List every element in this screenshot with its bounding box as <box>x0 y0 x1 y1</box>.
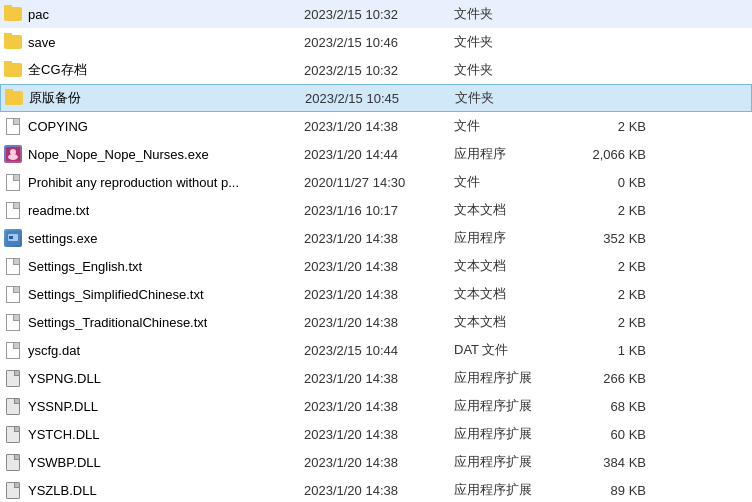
file-name: save <box>28 35 55 50</box>
file-date: 2023/2/15 10:32 <box>304 7 454 22</box>
table-row[interactable]: 全CG存档 2023/2/15 10:32 文件夹 <box>0 56 752 84</box>
file-type-icon <box>4 397 22 415</box>
settings-exe-icon <box>4 229 22 247</box>
file-date: 2023/1/20 14:38 <box>304 427 454 442</box>
folder-icon <box>5 91 23 105</box>
file-name-col: COPYING <box>4 117 304 135</box>
file-date: 2023/1/20 14:38 <box>304 259 454 274</box>
file-type: 文件 <box>454 117 554 135</box>
file-size: 352 KB <box>554 231 654 246</box>
file-date: 2023/2/15 10:45 <box>305 91 455 106</box>
file-date: 2023/2/15 10:44 <box>304 343 454 358</box>
table-row[interactable]: 原版备份 2023/2/15 10:45 文件夹 <box>0 84 752 112</box>
file-date: 2023/1/20 14:38 <box>304 399 454 414</box>
file-name: COPYING <box>28 119 88 134</box>
table-row[interactable]: readme.txt 2023/1/16 10:17 文本文档 2 KB <box>0 196 752 224</box>
file-type-icon <box>4 33 22 51</box>
file-type: 文件夹 <box>454 61 554 79</box>
file-name-col: readme.txt <box>4 201 304 219</box>
dll-icon <box>6 454 20 471</box>
file-size: 1 KB <box>554 343 654 358</box>
file-type-icon <box>4 145 22 163</box>
file-name: Settings_SimplifiedChinese.txt <box>28 287 204 302</box>
file-name: YSWBP.DLL <box>28 455 101 470</box>
table-row[interactable]: pac 2023/2/15 10:32 文件夹 <box>0 0 752 28</box>
file-name: Nope_Nope_Nope_Nurses.exe <box>28 147 209 162</box>
table-row[interactable]: Settings_English.txt 2023/1/20 14:38 文本文… <box>0 252 752 280</box>
file-type: 应用程序扩展 <box>454 481 554 499</box>
file-type: 应用程序扩展 <box>454 397 554 415</box>
file-name-col: YSWBP.DLL <box>4 453 304 471</box>
table-row[interactable]: Settings_TraditionalChinese.txt 2023/1/2… <box>0 308 752 336</box>
file-type: 应用程序 <box>454 229 554 247</box>
file-type: 应用程序扩展 <box>454 453 554 471</box>
file-name: YSPNG.DLL <box>28 371 101 386</box>
table-row[interactable]: Prohibit any reproduction without p... 2… <box>0 168 752 196</box>
file-date: 2023/1/20 14:44 <box>304 147 454 162</box>
file-name: Settings_English.txt <box>28 259 142 274</box>
file-size: 2 KB <box>554 119 654 134</box>
table-row[interactable]: Nope_Nope_Nope_Nurses.exe 2023/1/20 14:4… <box>0 140 752 168</box>
file-date: 2023/2/15 10:32 <box>304 63 454 78</box>
file-type-icon <box>4 313 22 331</box>
file-date: 2020/11/27 14:30 <box>304 175 454 190</box>
file-type: 应用程序扩展 <box>454 369 554 387</box>
svg-point-2 <box>8 154 18 160</box>
file-icon <box>6 174 20 191</box>
table-row[interactable]: settings.exe 2023/1/20 14:38 应用程序 352 KB <box>0 224 752 252</box>
table-row[interactable]: COPYING 2023/1/20 14:38 文件 2 KB <box>0 112 752 140</box>
dll-icon <box>6 482 20 499</box>
file-name: YSTCH.DLL <box>28 427 100 442</box>
file-name-col: YSPNG.DLL <box>4 369 304 387</box>
exe-icon <box>4 145 22 163</box>
file-list: pac 2023/2/15 10:32 文件夹 save 2023/2/15 1… <box>0 0 752 502</box>
table-row[interactable]: YSPNG.DLL 2023/1/20 14:38 应用程序扩展 266 KB <box>0 364 752 392</box>
file-icon <box>6 286 20 303</box>
file-name-col: save <box>4 33 304 51</box>
file-type: 文本文档 <box>454 257 554 275</box>
file-icon <box>6 118 20 135</box>
file-name: pac <box>28 7 49 22</box>
file-size: 89 KB <box>554 483 654 498</box>
file-name-col: YSSNP.DLL <box>4 397 304 415</box>
file-size: 0 KB <box>554 175 654 190</box>
file-type: 文本文档 <box>454 201 554 219</box>
file-type-icon <box>4 173 22 191</box>
file-name-col: 原版备份 <box>5 89 305 107</box>
file-date: 2023/1/20 14:38 <box>304 371 454 386</box>
file-type: 文件夹 <box>454 33 554 51</box>
file-date: 2023/1/20 14:38 <box>304 315 454 330</box>
file-icon <box>6 342 20 359</box>
file-type-icon <box>4 425 22 443</box>
file-name: Settings_TraditionalChinese.txt <box>28 315 207 330</box>
table-row[interactable]: Settings_SimplifiedChinese.txt 2023/1/20… <box>0 280 752 308</box>
file-name-col: YSZLB.DLL <box>4 481 304 499</box>
table-row[interactable]: YSWBP.DLL 2023/1/20 14:38 应用程序扩展 384 KB <box>0 448 752 476</box>
table-row[interactable]: save 2023/2/15 10:46 文件夹 <box>0 28 752 56</box>
file-size: 68 KB <box>554 399 654 414</box>
file-type: 文本文档 <box>454 313 554 331</box>
file-name-col: YSTCH.DLL <box>4 425 304 443</box>
file-date: 2023/1/20 14:38 <box>304 287 454 302</box>
file-type: 应用程序扩展 <box>454 425 554 443</box>
file-name-col: Settings_English.txt <box>4 257 304 275</box>
table-row[interactable]: YSTCH.DLL 2023/1/20 14:38 应用程序扩展 60 KB <box>0 420 752 448</box>
file-name: yscfg.dat <box>28 343 80 358</box>
dll-icon <box>6 370 20 387</box>
file-type: 应用程序 <box>454 145 554 163</box>
file-name-col: pac <box>4 5 304 23</box>
file-name-col: Settings_TraditionalChinese.txt <box>4 313 304 331</box>
file-name: settings.exe <box>28 231 97 246</box>
file-name: 全CG存档 <box>28 61 87 79</box>
svg-rect-5 <box>9 236 13 239</box>
file-type: 文件夹 <box>455 89 555 107</box>
table-row[interactable]: yscfg.dat 2023/2/15 10:44 DAT 文件 1 KB <box>0 336 752 364</box>
file-icon <box>6 314 20 331</box>
file-name: YSSNP.DLL <box>28 399 98 414</box>
table-row[interactable]: YSSNP.DLL 2023/1/20 14:38 应用程序扩展 68 KB <box>0 392 752 420</box>
table-row[interactable]: YSZLB.DLL 2023/1/20 14:38 应用程序扩展 89 KB <box>0 476 752 502</box>
dll-icon <box>6 398 20 415</box>
file-type-icon <box>4 481 22 499</box>
file-icon <box>6 258 20 275</box>
file-type-icon <box>4 453 22 471</box>
